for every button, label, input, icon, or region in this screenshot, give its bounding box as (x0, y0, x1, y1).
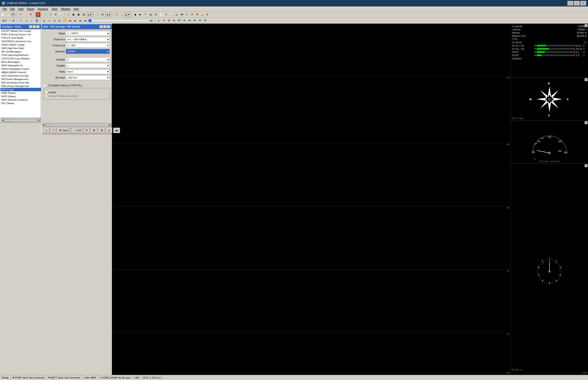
sat-btn[interactable]: 🛰 (148, 12, 153, 17)
info-btn[interactable]: ℹ (164, 12, 169, 17)
w-btn[interactable]: W (167, 18, 171, 23)
connect-dropdown[interactable]: 🔌▼ (0, 18, 8, 23)
dc-btn[interactable]: 0c (172, 18, 176, 23)
sidebar-item-rinv[interactable]: RINV (Remote Inventory) (0, 98, 41, 102)
protocol-in-select[interactable]: 0+1 - UBX+NMEA (66, 37, 110, 42)
stopbits-select[interactable]: 1 (66, 63, 110, 68)
sidebar-item-pm2[interactable]: PM2 (Extended Power Ma (0, 81, 41, 84)
sidebar-item-rate[interactable]: RATE (Rates) (0, 95, 41, 98)
rec-btn[interactable]: ⏺ (133, 12, 137, 17)
sidebar-item-pm[interactable]: PM (Power Management) (0, 77, 41, 81)
poll-btn[interactable]: 🔍 Poll (71, 128, 83, 133)
cfg-action-btn2[interactable]: 📥 (91, 128, 97, 133)
settings-btn4[interactable]: ⚙ (203, 18, 208, 23)
sidebar-item-pms[interactable]: PMS (Power Management (0, 84, 41, 88)
cursor-btn[interactable]: ↖ (19, 18, 24, 23)
tool2[interactable]: 🔧 (43, 12, 48, 17)
extra-btn5[interactable]: ⚙ (195, 12, 200, 17)
scrollbar-track[interactable] (4, 119, 37, 122)
h-btn[interactable]: H (161, 18, 166, 23)
pause-btn[interactable]: ⏸ (52, 18, 57, 23)
view-btn3[interactable]: ▣ (76, 12, 81, 17)
extra-btn6[interactable]: 🔔 (200, 12, 205, 17)
sidebar-item-msg[interactable]: MSG (Messages) (0, 60, 41, 64)
play-btn[interactable]: ▶ (138, 12, 143, 17)
tool5[interactable]: 📊 (58, 12, 63, 17)
rate-dropdown[interactable]: 〰▼ (9, 18, 16, 23)
view-btn2[interactable]: ▦ (71, 12, 76, 17)
menu-player[interactable]: Player (25, 7, 36, 11)
view-btn4[interactable]: ▤ (81, 12, 86, 17)
protocol-out-select[interactable]: 0 - UBX (66, 43, 110, 48)
enable-checkbox[interactable] (45, 91, 48, 94)
zoom-dropdown[interactable]: ▲▼ (105, 13, 112, 17)
save-btn[interactable]: 💾 (11, 12, 16, 17)
config-minimize-btn[interactable]: _ (99, 25, 103, 28)
sidebar-item-prt[interactable]: PRT (Ports) (0, 88, 41, 91)
person-btn[interactable]: 👤 (35, 18, 39, 23)
m2-btn[interactable]: M (182, 18, 187, 23)
close-config-btn[interactable]: ✕ (50, 128, 56, 133)
menu-file[interactable]: File (1, 7, 8, 11)
right-panel-close[interactable]: ✕ (585, 24, 588, 27)
sidebar-item-rst[interactable]: RST (Reset) (0, 102, 41, 105)
signal-btn1[interactable]: 📶 (114, 12, 119, 17)
menu-receiver[interactable]: Receiver (36, 7, 50, 11)
parity-select[interactable]: None (66, 69, 110, 74)
menu-tools[interactable]: Tools (50, 7, 59, 11)
minimize-button[interactable]: — (567, 1, 573, 6)
extra-btn2[interactable]: 🗺 (179, 12, 184, 17)
config-track[interactable] (45, 124, 108, 126)
config-close-btn[interactable]: ✕ (107, 25, 110, 28)
sidebar-item-navx5[interactable]: NAVX5 (Navigation Expert (0, 67, 41, 71)
menu-view[interactable]: View (16, 7, 25, 11)
signal-dropdown[interactable]: ▲▼ (124, 13, 131, 17)
prev-btn[interactable]: ⏮ (68, 18, 72, 23)
step-btn[interactable]: ⏭ (73, 18, 77, 23)
sidebar-item-inf[interactable]: INF (Inf Messages) (0, 50, 41, 53)
bug-btn[interactable]: 🐛 (24, 18, 29, 23)
end-btn[interactable]: ⏭ (78, 18, 83, 23)
play2-btn[interactable]: ▶ (57, 18, 62, 23)
track-btn[interactable]: 📍 (143, 12, 148, 17)
last-btn[interactable]: ⏭ (83, 18, 88, 23)
cfg-action-btn4[interactable]: 🖨 (106, 128, 112, 133)
inverse-polarity-checkbox[interactable] (45, 95, 48, 97)
extra-btn3[interactable]: 🔗 (185, 12, 189, 17)
end2-btn[interactable]: ⏭ (149, 18, 154, 23)
signal-btn2[interactable]: 📡 (119, 12, 124, 17)
maximize-button[interactable]: □ (574, 1, 580, 6)
sidebar-item-hnr[interactable]: HNR (High Nav Rate) (0, 46, 41, 50)
bit-order-select[interactable]: LSB First (66, 75, 110, 80)
cut-btn[interactable]: ✂ (18, 12, 23, 17)
new-btn[interactable]: 📄 (0, 12, 5, 17)
cfg-action-btn3[interactable]: 📤 (98, 128, 105, 133)
view-btn1[interactable]: □ (66, 12, 71, 17)
settings-btn2[interactable]: ⚙ (192, 18, 197, 23)
compass-close-btn[interactable]: ✕ (585, 78, 588, 81)
ffwd-btn[interactable]: ⏩ (62, 18, 67, 23)
zoom-fit[interactable]: ⊞ (100, 12, 105, 17)
extra-btn1[interactable]: 🗂 (174, 12, 179, 17)
extra-btn7[interactable]: ⚙ (205, 12, 210, 17)
cfg-action-btn1[interactable]: ⚙ (84, 128, 90, 133)
config-thumb[interactable] (45, 124, 52, 126)
menu-help[interactable]: Help (72, 7, 81, 11)
config-scrollbar[interactable]: ◀ ▶ (42, 123, 112, 127)
sidebar-item-gnss[interactable]: GNSS (GNSS Config) (0, 43, 41, 46)
record-btn[interactable]: ● (47, 18, 52, 23)
scroll-left-btn[interactable]: ◀ (1, 119, 4, 122)
sidebar-item-fxn[interactable]: FXN (Fix Now Mode) (0, 36, 41, 39)
sidebar-maximize-btn[interactable]: □ (33, 25, 36, 28)
speed-close-btn[interactable]: ✕ (585, 121, 588, 124)
tool4[interactable]: ⚙ (53, 12, 58, 17)
tool3[interactable]: 🔨 (48, 12, 53, 17)
graph-btn[interactable]: 📈 (159, 12, 163, 17)
copy-btn[interactable]: 📋 (23, 12, 28, 17)
baudrate-select[interactable]: 9600 115200 230400 460800 (66, 49, 110, 54)
sidebar-item-esrc[interactable]: ESRC (External Source Con (0, 33, 41, 36)
zoom-btn[interactable]: 🔍 (95, 12, 100, 17)
clock-close-btn[interactable]: ✕ (585, 164, 588, 167)
sidebar-close-btn[interactable]: ✕ (36, 25, 39, 28)
scroll-right-btn[interactable]: ▶ (38, 119, 40, 122)
